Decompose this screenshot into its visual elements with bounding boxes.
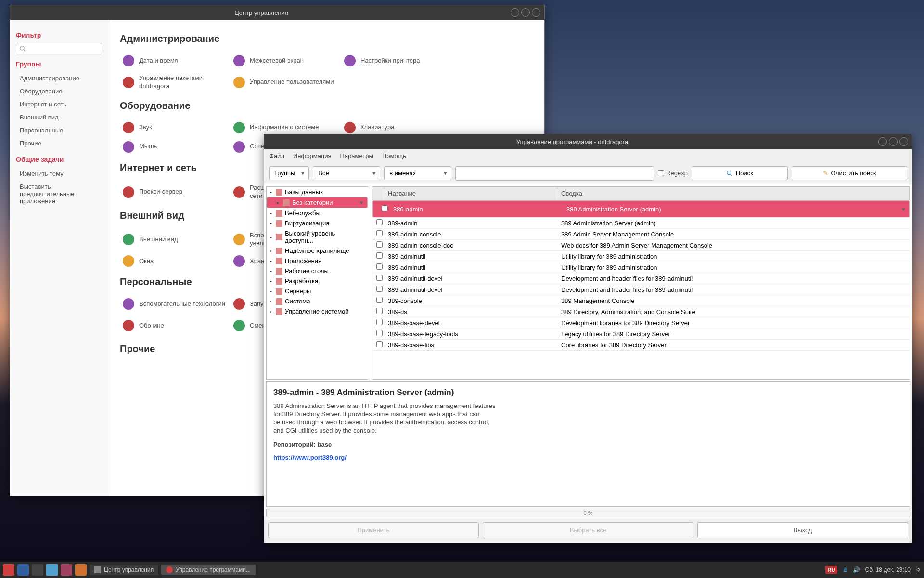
tree-node[interactable]: ▸Надёжное хранилище <box>267 246 368 256</box>
item-icon <box>123 255 134 267</box>
package-checkbox[interactable] <box>376 286 383 292</box>
package-checkbox[interactable] <box>376 241 383 248</box>
package-row[interactable]: 389-ds389 Directory, Administration, and… <box>372 306 910 317</box>
sidebar-group-item[interactable]: Персональные <box>16 124 102 137</box>
package-row[interactable]: 389-ds-base-legacy-toolsLegacy utilities… <box>372 328 910 340</box>
sidebar-group-item[interactable]: Администрирование <box>16 72 102 85</box>
search-in-select[interactable]: в именах <box>384 166 451 180</box>
maximize-icon[interactable] <box>521 8 530 17</box>
sidebar-group-item[interactable]: Интернет и сеть <box>16 98 102 111</box>
clear-search-button[interactable]: ✎ Очистить поиск <box>792 166 907 180</box>
menu-item[interactable]: Информация <box>293 152 332 159</box>
package-checkbox[interactable] <box>376 275 383 281</box>
package-row[interactable]: 389-adminutilUtility library for 389 adm… <box>372 251 910 262</box>
clock[interactable]: Сб, 18 дек, 23:10 <box>865 566 911 573</box>
tree-node[interactable]: ▸Серверы <box>267 286 368 296</box>
package-row[interactable]: 389-ds-base-libsCore libraries for 389 D… <box>372 340 910 351</box>
package-checkbox[interactable] <box>376 297 383 303</box>
package-checkbox[interactable] <box>376 263 383 270</box>
settings-item[interactable]: Прокси-сервер <box>120 180 231 204</box>
launcher-icon[interactable] <box>61 564 72 576</box>
menu-item[interactable]: Файл <box>269 152 284 159</box>
package-row[interactable]: 389-adminutil-develDevelopment and heade… <box>372 273 910 284</box>
settings-item[interactable]: Окна <box>120 251 231 271</box>
package-checkbox[interactable] <box>376 330 383 336</box>
tree-node[interactable]: ▸Система <box>267 296 368 306</box>
menu-item[interactable]: Параметры <box>340 152 373 159</box>
settings-item[interactable]: Межсетевой экран <box>231 51 341 70</box>
select-all-button[interactable]: Выбрать все <box>483 522 693 538</box>
task-control-center[interactable]: Центр управления <box>90 565 158 575</box>
settings-item[interactable]: Дата и время <box>120 51 231 70</box>
task-dnfdragora[interactable]: Управление программами... <box>161 565 256 575</box>
package-row[interactable]: 389-admin389 Administration Server (admi… <box>372 218 910 229</box>
package-checkbox[interactable] <box>376 341 383 347</box>
search-button[interactable]: Поиск <box>692 166 788 180</box>
dd-titlebar[interactable]: Управление программами - dnfdragora <box>264 134 912 149</box>
groups-select[interactable]: Группы <box>269 166 309 180</box>
detail-url[interactable]: https://www.port389.org/ <box>273 454 903 461</box>
launcher-icon[interactable] <box>46 564 58 576</box>
package-checkbox[interactable] <box>376 230 383 236</box>
tree-node[interactable]: ▸Приложения <box>267 256 368 266</box>
tree-node[interactable]: ▸Виртуализация <box>267 218 368 228</box>
notifications-icon[interactable]: ⛭ <box>915 566 921 573</box>
package-row[interactable]: 389-admin-console-docWeb docs for 389 Ad… <box>372 240 910 251</box>
keyboard-layout[interactable]: RU <box>825 566 838 574</box>
sidebar-group-item[interactable]: Оборудование <box>16 85 102 98</box>
volume-icon[interactable]: 🔊 <box>853 566 860 573</box>
menu-item[interactable]: Помощь <box>382 152 406 159</box>
package-checkbox[interactable] <box>376 319 383 325</box>
tree-node[interactable]: ▸Без категории <box>267 197 368 208</box>
col-name[interactable]: Название <box>384 187 557 200</box>
filter-all-select[interactable]: Все <box>313 166 380 180</box>
sidebar-group-item[interactable]: Внешний вид <box>16 111 102 124</box>
launcher-icon[interactable] <box>17 564 29 576</box>
package-checkbox[interactable] <box>376 308 383 314</box>
settings-item[interactable]: Настройки принтера <box>341 51 452 70</box>
package-row[interactable]: 389-adminutil-develDevelopment and heade… <box>372 284 910 295</box>
minimize-icon[interactable] <box>511 8 519 17</box>
package-row[interactable]: 389-console389 Management Console <box>372 295 910 306</box>
exit-button[interactable]: Выход <box>697 522 908 538</box>
launcher-icon[interactable] <box>75 564 87 576</box>
network-icon[interactable]: 🖥 <box>842 566 848 573</box>
tree-node[interactable]: ▸Базы данных <box>267 187 368 197</box>
package-row[interactable]: 389-admin389 Administration Server (admi… <box>372 200 910 218</box>
tree-node[interactable]: ▸Рабочие столы <box>267 266 368 276</box>
col-summary[interactable]: Сводка <box>557 187 910 200</box>
maximize-icon[interactable] <box>889 137 898 146</box>
package-row[interactable]: 389-admin-console389 Admin Server Manage… <box>372 229 910 240</box>
package-checkbox[interactable] <box>382 205 388 211</box>
tree-node[interactable]: ▸Высокий уровень доступн... <box>267 228 368 246</box>
settings-item[interactable]: Управление пользователями <box>231 70 341 94</box>
package-row[interactable]: 389-adminutilUtility library for 389 adm… <box>372 262 910 273</box>
tree-node[interactable]: ▸Веб-службы <box>267 208 368 218</box>
settings-item[interactable]: Звук <box>120 118 231 137</box>
settings-item[interactable]: Управление пакетами dnfdragora <box>120 70 231 94</box>
filter-search[interactable] <box>16 43 102 54</box>
sidebar-group-item[interactable]: Прочие <box>16 137 102 150</box>
package-rows[interactable]: 389-admin389 Administration Server (admi… <box>372 200 910 379</box>
sidebar-task-item[interactable]: Изменить тему <box>16 167 102 180</box>
settings-item[interactable]: Обо мне <box>120 314 231 338</box>
search-input[interactable] <box>455 166 654 181</box>
cc-titlebar[interactable]: Центр управления <box>10 5 544 20</box>
tree-node[interactable]: ▸Разработка <box>267 276 368 286</box>
package-row[interactable]: 389-ds-base-develDevelopment libraries f… <box>372 317 910 328</box>
sidebar-task-item[interactable]: Выставить предпочтительные приложения <box>16 180 102 208</box>
settings-item[interactable]: Внешний вид <box>120 228 231 252</box>
minimize-icon[interactable] <box>878 137 887 146</box>
category-tree[interactable]: ▸Базы данных▸Без категории▸Веб-службы▸Ви… <box>266 186 368 380</box>
regexp-checkbox[interactable]: Regexp <box>658 170 688 177</box>
package-checkbox[interactable] <box>376 252 383 259</box>
package-checkbox[interactable] <box>376 219 383 225</box>
close-icon[interactable] <box>899 137 908 146</box>
tree-node[interactable]: ▸Управление системой <box>267 306 368 316</box>
settings-item[interactable]: Вспомогательные технологии <box>120 294 231 314</box>
apply-button[interactable]: Применить <box>268 522 479 538</box>
settings-item[interactable]: Мышь <box>120 137 231 157</box>
start-icon[interactable] <box>3 564 14 576</box>
close-icon[interactable] <box>532 8 540 17</box>
launcher-icon[interactable] <box>32 564 43 576</box>
